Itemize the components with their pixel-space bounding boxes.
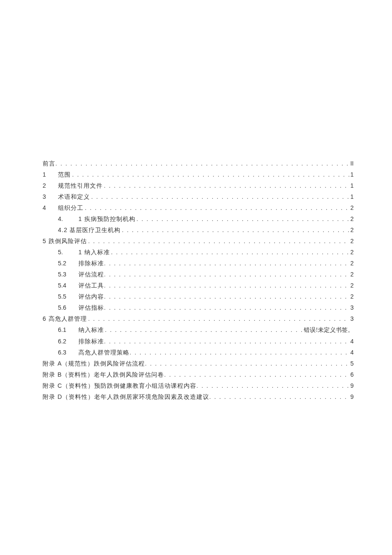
toc-leader-dots: . . . . . . . . . . . . . . . . . . . . … [104, 180, 349, 191]
toc-page-number: 9 [349, 391, 354, 402]
toc-entry-5-1: 5. 1 纳入标准 . . . . . . . . . . . . . . . … [43, 247, 354, 258]
toc-leader-dots: . . . . . . . . . . . . . . . . . . . . … [72, 169, 349, 180]
toc-page-number: 3 [349, 313, 354, 324]
toc-page-number: 6 [349, 369, 354, 380]
toc-number: 5.3 [58, 269, 78, 280]
toc-label: 1 纳入标准 [78, 247, 110, 258]
toc-label: 1 疾病预防控制机构 [78, 213, 135, 224]
toc-leader-dots: . . . . . . . . . . . . . . . . . . . . … [104, 302, 349, 313]
toc-number: 6.2 [58, 336, 78, 347]
toc-leader-dots: . . . . . . . . . . . . . . . . . . . . … [105, 324, 303, 335]
toc-label: 附录 D（资料性）老年人跌倒居家环境危险因素及改造建议 [43, 391, 209, 402]
toc-page-number: 4 [349, 347, 354, 358]
toc-leader-dots: . . . . . . . . . . . . . . . . . . . . … [145, 358, 349, 369]
toc-container: 前言 . . . . . . . . . . . . . . . . . . .… [43, 158, 354, 402]
toc-page-number: 2 [349, 280, 354, 291]
toc-number: 3 [43, 191, 58, 202]
toc-entry-4-2: 4.2 基层医疗卫生机构 . . . . . . . . . . . . . .… [43, 224, 354, 235]
toc-number: 6.3 [58, 347, 78, 358]
toc-page-number: 2 [349, 258, 354, 269]
toc-leader-dots: . . . . . . . . . . . . . . . . . . . . … [88, 313, 350, 324]
toc-number: 6.1 [58, 324, 78, 335]
toc-entry-5-2: 5.2 排除标准 . . . . . . . . . . . . . . . .… [43, 258, 354, 269]
toc-leader-dots: . . . . . . . . . . . . . . . . . . . . … [85, 202, 349, 213]
toc-leader-dots: . . . . . . . . . . . . . . . . . . . . … [196, 380, 349, 391]
toc-page-number: 2 [349, 247, 354, 258]
toc-page-number: 2 [349, 235, 354, 247]
toc-label: 高危人群管理策略 [78, 347, 130, 358]
toc-entry-5-3: 5.3 评估流程 . . . . . . . . . . . . . . . .… [43, 269, 354, 280]
toc-page-number: 5 [349, 358, 354, 369]
toc-page-number: 2 [349, 213, 354, 224]
toc-entry-5: 5 跌倒风险评估 . . . . . . . . . . . . . . . .… [43, 235, 354, 247]
toc-leader-dots: . . . . . . . . . . . . . . . . . . . . … [130, 347, 349, 358]
toc-entry-1: 1 范围 . . . . . . . . . . . . . . . . . .… [43, 169, 354, 180]
toc-label: 范围 [58, 169, 71, 180]
toc-number: 4. [58, 213, 78, 224]
toc-leader-dots: . . . . . . . . . . . . . . . . . . . . … [209, 391, 349, 402]
toc-number: 5.2 [58, 258, 78, 269]
toc-number: 5.5 [58, 291, 78, 302]
toc-label: 纳入标准 [78, 324, 104, 335]
toc-label: 附录 A（规范性）跌倒风险评估流程 [43, 358, 145, 369]
toc-leader-dots: . . . . . . . . . . . . . . . . . . . . … [104, 269, 349, 280]
toc-page-number: 2 [349, 291, 354, 302]
toc-leader-dots: . . . . . . . . . . . . . . . . . . . . … [104, 336, 349, 347]
toc-page-number: 9 [349, 380, 354, 391]
toc-label: 评估内容 [78, 291, 104, 302]
toc-page-number: 1 [349, 191, 354, 202]
toc-entry-5-5: 5.5 评估内容 . . . . . . . . . . . . . . . .… [43, 291, 354, 302]
toc-leader-dots: . . . . . . . . . . . . . . . . . . . . … [122, 224, 349, 235]
toc-page-number: 2 [349, 224, 354, 235]
toc-page-error: 错误!未定义书签。 [303, 325, 354, 336]
toc-label: 组织分工 [58, 202, 84, 213]
toc-number: 4 [43, 202, 58, 213]
toc-entry-appendix-a: 附录 A（规范性）跌倒风险评估流程 . . . . . . . . . . . … [43, 358, 354, 369]
toc-label: 5 跌倒风险评估 [43, 235, 87, 247]
toc-label: 6 高危人群管理 [43, 313, 87, 324]
toc-entry-3: 3 术语和定义 . . . . . . . . . . . . . . . . … [43, 191, 354, 202]
toc-leader-dots: . . . . . . . . . . . . . . . . . . . . … [111, 247, 349, 258]
toc-label: 评估指标 [78, 302, 104, 313]
toc-label: 排除标准 [78, 258, 104, 269]
toc-leader-dots: . . . . . . . . . . . . . . . . . . . . … [104, 280, 349, 291]
toc-entry-2: 2 规范性引用文件 . . . . . . . . . . . . . . . … [43, 180, 354, 191]
toc-page-number: 1 [349, 169, 354, 180]
toc-label: 前言 [43, 158, 55, 169]
toc-entry-5-6: 5.6 评估指标 . . . . . . . . . . . . . . . .… [43, 302, 354, 313]
toc-page-number: 4 [349, 336, 354, 347]
toc-entry-appendix-b: 附录 B（资料性）老年人跌倒风险评估问卷 . . . . . . . . . .… [43, 369, 354, 380]
toc-leader-dots: . . . . . . . . . . . . . . . . . . . . … [55, 158, 349, 169]
toc-label: 规范性引用文件 [58, 180, 103, 191]
toc-entry-foreword: 前言 . . . . . . . . . . . . . . . . . . .… [43, 158, 354, 169]
toc-leader-dots: . . . . . . . . . . . . . . . . . . . . … [88, 235, 350, 247]
toc-label: 排除标准 [78, 336, 104, 347]
toc-page-number: 3 [349, 302, 354, 313]
toc-leader-dots: . . . . . . . . . . . . . . . . . . . . … [136, 213, 349, 224]
toc-leader-dots: . . . . . . . . . . . . . . . . . . . . … [104, 291, 349, 302]
toc-label: 附录 B（资料性）老年人跌倒风险评估问卷 [43, 369, 164, 380]
toc-entry-6-2: 6.2 排除标准 . . . . . . . . . . . . . . . .… [43, 336, 354, 347]
toc-entry-6-3: 6.3 高危人群管理策略 . . . . . . . . . . . . . .… [43, 347, 354, 358]
toc-number: 1 [43, 169, 58, 180]
toc-page-number: 2 [349, 269, 354, 280]
toc-label: 评估流程 [78, 269, 104, 280]
toc-number: 5. [58, 247, 78, 258]
toc-label: 评估工具 [78, 280, 104, 291]
toc-number: 2 [43, 180, 58, 191]
toc-entry-6-1: 6.1 纳入标准 . . . . . . . . . . . . . . . .… [43, 324, 354, 336]
toc-entry-appendix-c: 附录 C（资料性）预防跌倒健康教育小组活动课程内容 . . . . . . . … [43, 380, 354, 391]
toc-label: 术语和定义 [58, 191, 90, 202]
toc-number: 5.6 [58, 302, 78, 313]
toc-leader-dots: . . . . . . . . . . . . . . . . . . . . … [104, 258, 349, 269]
toc-entry-6: 6 高危人群管理 . . . . . . . . . . . . . . . .… [43, 313, 354, 324]
toc-label: 附录 C（资料性）预防跌倒健康教育小组活动课程内容 [43, 380, 196, 391]
toc-entry-appendix-d: 附录 D（资料性）老年人跌倒居家环境危险因素及改造建议 . . . . . . … [43, 391, 354, 402]
toc-leader-dots: . . . . . . . . . . . . . . . . . . . . … [164, 369, 349, 380]
toc-number: 5.4 [58, 280, 78, 291]
toc-entry-4-1: 4. 1 疾病预防控制机构 . . . . . . . . . . . . . … [43, 213, 354, 224]
toc-page-number: II [349, 158, 354, 169]
toc-leader-dots: . . . . . . . . . . . . . . . . . . . . … [91, 191, 349, 202]
toc-label: 4.2 基层医疗卫生机构 [58, 224, 121, 235]
toc-entry-4: 4 组织分工 . . . . . . . . . . . . . . . . .… [43, 202, 354, 213]
